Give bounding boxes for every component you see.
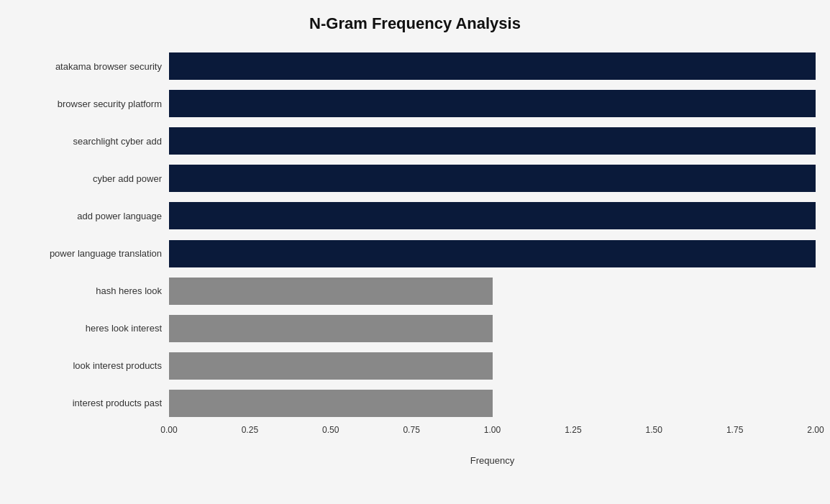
bar-track xyxy=(169,315,816,342)
bar-fill xyxy=(169,127,816,155)
bar-label: heres look interest xyxy=(14,323,169,334)
bar-track xyxy=(169,278,816,305)
bar-fill xyxy=(169,202,816,229)
bar-row: look interest products xyxy=(14,347,816,385)
bar-track xyxy=(169,352,816,380)
bar-track xyxy=(169,165,816,192)
bar-label: interest products past xyxy=(14,398,169,408)
x-tick: 0.75 xyxy=(403,425,419,435)
x-tick: 0.25 xyxy=(242,425,258,435)
x-tick: 1.75 xyxy=(726,425,743,435)
bar-track xyxy=(169,127,816,155)
bar-track xyxy=(169,90,816,117)
bar-fill xyxy=(169,240,816,267)
bar-row: interest products past xyxy=(14,385,816,422)
x-tick: 1.00 xyxy=(484,425,501,435)
bar-fill xyxy=(169,315,493,342)
x-tick: 0.50 xyxy=(322,425,339,435)
bar-label: look interest products xyxy=(14,360,169,371)
bar-label: hash heres look xyxy=(14,285,169,296)
bar-fill xyxy=(169,165,816,192)
x-tick: 1.50 xyxy=(646,425,662,435)
bar-row: searchlight cyber add xyxy=(14,122,816,160)
bar-row: atakama browser security xyxy=(14,47,816,85)
bar-fill xyxy=(169,52,816,80)
bar-fill xyxy=(169,390,493,417)
bar-label: power language translation xyxy=(14,248,169,259)
bar-label: add power language xyxy=(14,211,169,221)
x-tick: 1.25 xyxy=(565,425,581,435)
bar-label: cyber add power xyxy=(14,173,169,184)
bar-track xyxy=(169,390,816,417)
x-axis-title: Frequency xyxy=(470,455,514,466)
x-tick: 0.00 xyxy=(160,425,177,435)
bar-row: power language translation xyxy=(14,234,816,272)
bar-label: searchlight cyber add xyxy=(14,136,169,147)
bar-fill xyxy=(169,352,493,380)
x-tick: 2.00 xyxy=(807,425,824,435)
x-axis: 0.000.250.500.751.001.251.501.752.00 xyxy=(169,425,816,454)
bar-track xyxy=(169,52,816,80)
bar-row: add power language xyxy=(14,197,816,234)
x-axis-container: 0.000.250.500.751.001.251.501.752.00 xyxy=(14,425,816,454)
chart-area: atakama browser securitybrowser security… xyxy=(14,47,816,422)
bar-track xyxy=(169,202,816,229)
bar-fill xyxy=(169,90,816,117)
chart-container: N-Gram Frequency Analysis atakama browse… xyxy=(0,0,830,504)
bar-track xyxy=(169,240,816,267)
bar-row: heres look interest xyxy=(14,310,816,347)
bar-row: cyber add power xyxy=(14,160,816,197)
bar-label: browser security platform xyxy=(14,98,169,109)
bar-fill xyxy=(169,278,493,305)
bar-row: browser security platform xyxy=(14,85,816,122)
chart-title: N-Gram Frequency Analysis xyxy=(14,14,816,33)
bar-label: atakama browser security xyxy=(14,61,169,72)
bar-row: hash heres look xyxy=(14,272,816,310)
